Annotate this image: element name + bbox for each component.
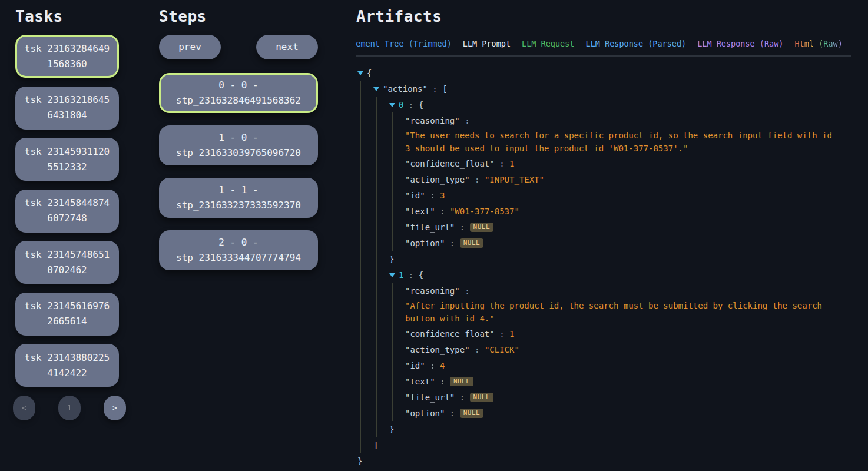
step-button[interactable]: 2 - 0 - stp_231633344707774794 xyxy=(159,230,318,270)
tree-row-content: "reasoning" : xyxy=(405,283,470,298)
collapse-caret-icon[interactable] xyxy=(357,71,363,75)
json-key: "action_type" xyxy=(405,175,470,184)
indent-guide xyxy=(360,341,376,357)
tree-row: "file_url" : NULL xyxy=(356,219,851,235)
indent-guide xyxy=(376,389,392,405)
step-button[interactable]: 1 - 1 - stp_231633237333592370 xyxy=(159,178,318,218)
task-button[interactable]: tsk_231438802254142422 xyxy=(15,344,119,387)
step-nav-row: prev next xyxy=(159,35,318,59)
tree-row: "id" : 4 xyxy=(356,357,851,373)
json-number: 1 xyxy=(509,159,514,168)
null-badge: NULL xyxy=(460,409,484,418)
prev-page-button[interactable]: < xyxy=(13,396,35,420)
json-brace: } xyxy=(357,456,362,466)
json-string: "The user needs to search for a specific… xyxy=(405,131,832,153)
tree-row-content: } xyxy=(389,421,394,437)
json-string: "After inputting the product id, the sea… xyxy=(405,301,822,323)
task-button[interactable]: tsk_231456169762665614 xyxy=(15,293,119,336)
indent-guide xyxy=(376,112,392,128)
indent-guide xyxy=(360,298,376,326)
json-punct: : xyxy=(460,286,470,296)
step-list: 0 - 0 - stp_2316328464915683621 - 0 - st… xyxy=(159,73,318,270)
json-punct: : xyxy=(445,238,459,248)
tree-row-content: "option" : NULL xyxy=(405,235,483,251)
json-key: "option" xyxy=(405,238,445,248)
current-page-button[interactable]: 1 xyxy=(58,396,81,420)
indent-guide xyxy=(360,373,376,389)
json-string: "W01-377-8537" xyxy=(450,207,519,216)
json-punct: : xyxy=(495,159,509,168)
json-punct: : xyxy=(428,84,442,94)
json-punct: : xyxy=(470,175,485,184)
tree-row-content: "actions" : [ xyxy=(373,81,448,97)
task-button[interactable]: tsk_231458448746072748 xyxy=(15,190,119,233)
task-button[interactable]: tsk_231457486510702462 xyxy=(15,241,119,284)
task-button[interactable]: tsk_231632846491568360 xyxy=(15,35,119,78)
tree-row-content: 0 : { xyxy=(389,97,423,112)
json-key: "actions" xyxy=(383,84,428,94)
tab-html-raw[interactable]: Html (Raw) xyxy=(795,39,843,48)
tab-llm-response-raw[interactable]: LLM Response (Raw) xyxy=(697,39,783,48)
tree-row: "action_type" : "INPUT_TEXT" xyxy=(356,171,851,187)
json-key: "confidence_float" xyxy=(405,159,495,168)
collapse-caret-icon[interactable] xyxy=(389,103,395,107)
tree-row: ] xyxy=(356,437,851,453)
tree-row: 1 : { xyxy=(356,267,851,283)
page: { "colors": { "background": "#10141c", "… xyxy=(0,0,868,471)
artifacts-panel: Artifacts Element Tree (Trimmed)LLM Prom… xyxy=(356,7,851,469)
indent-guide xyxy=(360,357,376,373)
tree-row: } xyxy=(356,421,851,437)
indent-guide xyxy=(360,421,376,437)
tree-row-content: "file_url" : NULL xyxy=(405,389,493,405)
json-key: "id" xyxy=(405,361,425,370)
next-step-button[interactable]: next xyxy=(256,35,318,59)
json-brace: } xyxy=(389,254,394,264)
task-button[interactable]: tsk_231459311205512332 xyxy=(15,138,119,181)
tasks-pagination: < 1 > xyxy=(13,396,126,420)
prev-step-button[interactable]: prev xyxy=(159,35,221,59)
tree-row-content: "id" : 3 xyxy=(405,187,445,203)
indent-guide xyxy=(376,405,392,421)
json-punct: : xyxy=(495,329,509,339)
tree-row: "The user needs to search for a specific… xyxy=(356,128,851,155)
artifacts-tabs: Element Tree (Trimmed)LLM PromptLLM Requ… xyxy=(356,39,851,57)
next-page-button[interactable]: > xyxy=(104,396,126,420)
indent-guide xyxy=(360,235,376,251)
indent-guide xyxy=(376,155,392,171)
indent-guide xyxy=(376,171,392,187)
json-string: "INPUT_TEXT" xyxy=(485,175,544,184)
tree-row: "option" : NULL xyxy=(356,405,851,421)
json-key: "file_url" xyxy=(405,393,455,402)
tree-row: "After inputting the product id, the sea… xyxy=(356,298,851,326)
json-index: 1 xyxy=(399,270,403,280)
task-button[interactable]: tsk_231632186456431804 xyxy=(15,87,119,130)
json-punct: : xyxy=(455,223,469,232)
indent-guide xyxy=(360,405,376,421)
indent-guide xyxy=(360,326,376,341)
tab-llm-request[interactable]: LLM Request xyxy=(522,39,574,48)
indent-guide xyxy=(360,112,376,128)
tab-element-tree-trimmed[interactable]: Element Tree (Trimmed) xyxy=(356,39,452,48)
json-punct: : xyxy=(425,191,440,200)
collapse-caret-icon[interactable] xyxy=(373,87,379,91)
tab-llm-prompt[interactable]: LLM Prompt xyxy=(463,39,511,48)
tree-row: } xyxy=(356,453,851,469)
indent-guide xyxy=(360,389,376,405)
json-key: "text" xyxy=(405,377,435,386)
tree-row-content: "confidence_float" : 1 xyxy=(405,326,514,341)
json-tree: {"actions" : [0 : {"reasoning" :"The use… xyxy=(356,65,851,469)
tab-llm-response-parsed[interactable]: LLM Response (Parsed) xyxy=(586,39,687,48)
json-brace: } xyxy=(389,424,394,434)
tree-row-content: "action_type" : "CLICK" xyxy=(405,341,519,357)
steps-panel: Steps prev next 0 - 0 - stp_231632846491… xyxy=(159,7,318,283)
null-badge: NULL xyxy=(450,377,474,386)
indent-guide xyxy=(376,341,392,357)
step-button[interactable]: 0 - 0 - stp_231632846491568362 xyxy=(159,73,318,113)
collapse-caret-icon[interactable] xyxy=(389,273,395,277)
indent-guide xyxy=(376,298,392,326)
indent-guide xyxy=(376,219,392,235)
step-button[interactable]: 1 - 0 - stp_231633039765096720 xyxy=(159,125,318,165)
tree-row: } xyxy=(356,251,851,267)
tree-row-content: } xyxy=(389,251,394,267)
tree-row-content: "The user needs to search for a specific… xyxy=(405,128,835,155)
